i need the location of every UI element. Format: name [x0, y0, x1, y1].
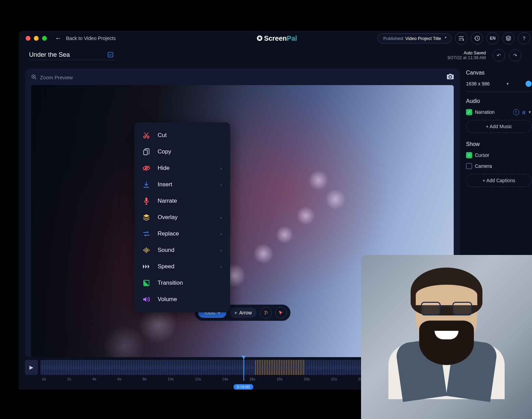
plus-icon: + [482, 178, 486, 183]
menu-item-label: Copy [158, 148, 171, 155]
project-title[interactable]: Under the Sea [29, 51, 115, 60]
menu-item-narrate[interactable]: Narrate [134, 193, 230, 209]
cut-icon [143, 132, 150, 139]
menu-item-label: Replace [158, 230, 179, 237]
add-captions-button[interactable]: + Add Captions [466, 174, 532, 187]
language-button[interactable]: EN [487, 32, 499, 44]
screenshot-icon[interactable] [447, 74, 454, 81]
chevron-right-icon: › [221, 264, 222, 269]
menu-item-copy[interactable]: Copy [134, 144, 230, 160]
chevron-right-icon: › [221, 231, 222, 236]
cursor-checkbox[interactable]: ✓ [466, 152, 472, 158]
speed-icon [143, 263, 150, 270]
close-window-button[interactable] [26, 36, 30, 41]
camera-checkbox[interactable] [466, 163, 472, 169]
camera-label: Camera [475, 163, 492, 169]
app-logo: ✪ ScreenPal [257, 34, 297, 42]
menu-item-sound[interactable]: Sound› [134, 242, 230, 258]
undo-button[interactable]: ↶ [493, 49, 505, 62]
arrow-tool-button[interactable]: +Arrow [230, 308, 257, 318]
publish-dropdown[interactable]: Published: Video Project Title [377, 33, 452, 43]
narration-label: Narration [475, 109, 495, 115]
tick-label: 0s [42, 377, 46, 381]
chevron-down-icon[interactable]: ▼ [528, 110, 532, 114]
canvas-color-swatch[interactable] [526, 81, 532, 87]
canvas-size-row[interactable]: 1638 x 986 ▼ [466, 81, 532, 87]
menu-item-transition[interactable]: Transition [134, 275, 230, 291]
maximize-window-button[interactable] [42, 36, 47, 41]
back-link[interactable]: Back to Video Projects [66, 36, 116, 41]
menu-item-insert[interactable]: Insert› [134, 176, 230, 193]
add-music-label: Add Music [490, 124, 512, 129]
logo-text-1: Screen [264, 35, 287, 42]
menu-item-label: Hide [158, 165, 170, 172]
wave-segment [41, 360, 255, 375]
narration-row: ✓ Narration ! ıII ▼ [466, 109, 532, 115]
zoom-icon[interactable] [31, 74, 37, 81]
layers-icon[interactable] [502, 32, 515, 44]
play-button[interactable]: ▶ [25, 360, 38, 375]
menu-item-replace[interactable]: Replace› [134, 226, 230, 242]
audio-level-icon[interactable]: ıII [522, 109, 526, 115]
minimize-window-button[interactable] [34, 36, 39, 41]
menu-item-cut[interactable]: Cut [134, 127, 230, 144]
transition-icon [143, 279, 150, 287]
copy-icon [143, 148, 150, 156]
edit-title-icon[interactable] [108, 52, 113, 59]
cursor-tool-icon[interactable] [275, 307, 287, 319]
wave-segment-highlight [255, 360, 304, 375]
divider [466, 92, 532, 92]
menu-item-label: Narrate [158, 198, 177, 204]
plus-icon: + [235, 310, 237, 315]
titlebar: ← Back to Video Projects ✪ ScreenPal Pub… [19, 31, 532, 46]
tick-label: 10s [168, 377, 174, 381]
window-controls [26, 36, 47, 41]
redo-button[interactable]: ↷ [509, 49, 521, 62]
logo-icon: ✪ [257, 34, 263, 42]
menu-item-label: Sound [158, 247, 174, 254]
sound-icon [143, 246, 150, 254]
plus-icon: + [486, 124, 490, 129]
chevron-right-icon: › [221, 215, 222, 220]
tick-label: 20s [304, 377, 310, 381]
queue-icon[interactable] [455, 32, 467, 44]
autosave-time: 9/27/22 at 11:38 AM [448, 55, 486, 60]
zoom-row: Zoom Preview [31, 74, 454, 81]
menu-item-label: Volume [158, 296, 177, 303]
chevron-right-icon: › [221, 182, 222, 187]
tick-label: 8s [143, 377, 147, 381]
menu-item-label: Insert [158, 181, 172, 188]
tick-label: 16s [249, 377, 255, 381]
zoom-label: Zoom Preview [40, 75, 73, 80]
menu-item-speed[interactable]: Speed› [134, 258, 230, 275]
narration-checkbox[interactable]: ✓ [466, 109, 472, 115]
playhead[interactable] [243, 358, 244, 381]
cursor-row: ✓ Cursor [466, 152, 532, 158]
camera-row: Camera [466, 163, 532, 169]
add-music-button[interactable]: + Add Music [466, 120, 532, 133]
svg-rect-12 [149, 249, 149, 251]
menu-item-volume[interactable]: Volume [134, 291, 230, 308]
back-arrow-icon[interactable]: ← [55, 35, 61, 42]
tick-label: 6s [117, 377, 121, 381]
menu-item-overlay[interactable]: Overlay› [134, 209, 230, 226]
overlay-icon [143, 214, 150, 221]
menu-item-hide[interactable]: Hide› [134, 160, 230, 176]
text-tool-icon[interactable]: Tt [260, 307, 271, 319]
webcam-overlay[interactable] [361, 255, 532, 419]
context-menu: CutCopyHide›Insert›NarrateOverlay›Replac… [134, 122, 230, 312]
history-icon[interactable] [471, 32, 483, 44]
subheader: Under the Sea Auto Saved 9/27/22 at 11:3… [19, 46, 532, 65]
insert-icon [143, 181, 150, 188]
tick-label: 2s [67, 377, 71, 381]
svg-rect-5 [144, 150, 147, 155]
info-icon[interactable]: ! [513, 109, 519, 115]
tick-label: 22s [331, 377, 337, 381]
autosave-label: Auto Saved [448, 51, 486, 55]
audio-section-title: Audio [466, 98, 532, 104]
tick-label: 12s [195, 377, 201, 381]
canvas-section-title: Canvas [466, 70, 532, 76]
help-icon[interactable]: ? [518, 32, 530, 44]
titlebar-right: Published: Video Project Title EN ? [377, 32, 530, 44]
logo-text-2: Pal [287, 35, 297, 42]
